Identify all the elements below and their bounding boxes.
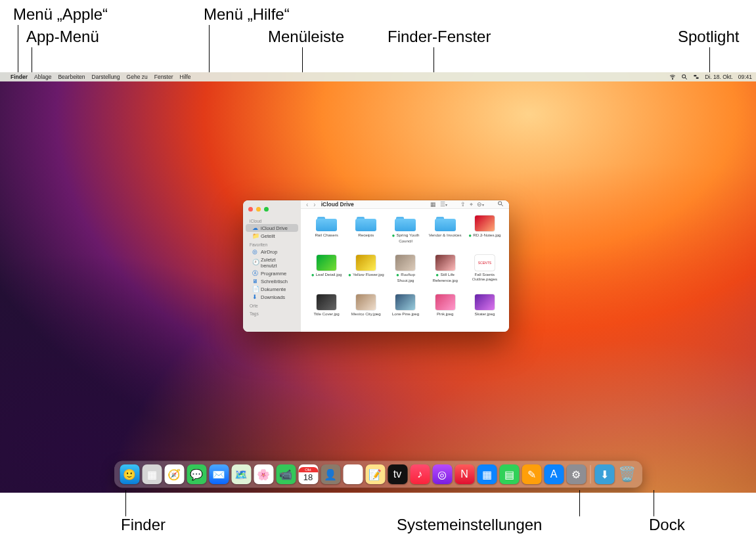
finder-window[interactable]: iCloud☁︎iCloud Drive📁GeteiltFavoriten◎Ai… (243, 200, 509, 332)
control-center-icon[interactable] (693, 74, 700, 80)
image-thumb-icon: SCENTS (475, 255, 495, 271)
window-zoom-button[interactable] (264, 207, 269, 212)
menu-hilfe[interactable]: Hilfe (180, 74, 191, 80)
callout-apple-menu: Menü „Apple“ (13, 5, 108, 24)
file-item[interactable]: SCENTSFall Scents Outline.pages (466, 255, 504, 293)
sidebar-section-title: Favoriten (243, 240, 301, 248)
menu-darstellung[interactable]: Darstellung (92, 74, 120, 80)
menu-bearbeiten[interactable]: Bearbeiten (58, 74, 85, 80)
view-icon-grid-icon[interactable]: ▦ (430, 201, 436, 208)
dock-appstore[interactable]: A (544, 464, 564, 484)
dock-trash[interactable]: 🗑️ (617, 464, 636, 484)
menubar-date[interactable]: Di. 18. Okt. (705, 74, 733, 80)
dock-contacts[interactable]: 👤 (321, 464, 340, 484)
callout-spotlight: Spotlight (678, 28, 739, 46)
file-item[interactable]: Pink.jpeg (426, 294, 464, 332)
dock-podcasts[interactable]: ◎ (432, 464, 452, 484)
sidebar-item-icloud-drive[interactable]: ☁︎iCloud Drive (246, 224, 298, 232)
dock-photos[interactable]: 🌸 (254, 464, 273, 484)
image-thumb-icon (435, 255, 455, 271)
shared-icon: 📁 (252, 233, 258, 239)
file-item[interactable]: ● RD.2-Notes.jpg (466, 215, 504, 254)
folder-icon (395, 215, 416, 231)
file-item[interactable]: Mexico City.jpeg (347, 294, 385, 332)
sidebar-item-zuletzt-benutzt[interactable]: 🕘Zuletzt benutzt (246, 256, 298, 269)
sidebar-item-schreibtisch[interactable]: 🖥Schreibtisch (246, 277, 298, 285)
back-button[interactable]: ‹ (306, 201, 308, 208)
file-item[interactable]: ● Still Life Reference.jpg (426, 255, 464, 293)
sidebar-item-label: Programme (261, 271, 286, 277)
dock-reminders[interactable]: ☑︎ (343, 464, 363, 484)
file-label: Receipts (358, 233, 374, 237)
callout-system-settings: Systemeinstellungen (397, 516, 542, 534)
file-item[interactable]: Lone Pine.jpeg (386, 294, 424, 332)
sidebar-item-dokumente[interactable]: 📄Dokumente (246, 285, 298, 293)
dock-numbers[interactable]: ▤ (499, 464, 519, 484)
file-item[interactable]: ● Yellow Flower.jpg (347, 255, 385, 293)
share-icon[interactable]: ⇪ (460, 201, 466, 208)
file-item[interactable]: ● Leaf Detail.jpg (307, 255, 345, 293)
dock-safari[interactable]: 🧭 (164, 464, 184, 484)
dock-mail[interactable]: ✉️ (209, 464, 229, 484)
menu-ablage[interactable]: Ablage (34, 74, 51, 80)
dock-pages[interactable]: ✎ (522, 464, 541, 484)
tag-icon[interactable]: ⌖ (470, 201, 473, 208)
sidebar-item-programme[interactable]: ⒶProgramme (246, 269, 298, 277)
dock-facetime[interactable]: 📹 (276, 464, 296, 484)
dock[interactable]: 🙂▦🧭💬✉️🗺️🌸📹Okt18👤☑︎📝tv♪◎N▦▤✎A⚙︎⬇︎🗑️ (114, 461, 642, 487)
file-item[interactable]: Skater.jpeg (466, 294, 504, 332)
dock-messages[interactable]: 💬 (187, 464, 206, 484)
file-label: Title Cover.jpg (313, 311, 339, 316)
file-item[interactable]: Receipts (347, 215, 385, 254)
view-group-icon[interactable]: ☰▾ (440, 201, 447, 208)
menu-gehe-zu[interactable]: Gehe zu (127, 74, 148, 80)
file-item[interactable]: Rail Chasers (307, 215, 345, 254)
dock-keynote[interactable]: ▦ (477, 464, 497, 484)
sidebar-item-label: AirDrop (261, 249, 277, 255)
file-item[interactable]: Title Cover.jpg (307, 294, 345, 332)
sidebar-item-geteilt[interactable]: 📁Geteilt (246, 232, 298, 240)
forward-button[interactable]: › (313, 201, 315, 208)
sidebar-item-airdrop[interactable]: ◎AirDrop (246, 248, 298, 256)
menubar-time[interactable]: 09:41 (738, 74, 752, 80)
file-label: Pink.jpeg (437, 311, 453, 316)
app-menu-finder[interactable]: Finder (11, 74, 28, 80)
calendar-day-label: 18 (303, 472, 313, 482)
desktop-icon: 🖥 (252, 279, 258, 284)
callout-app-menu: App-Menü (26, 28, 99, 46)
dock-downloads[interactable]: ⬇︎ (594, 464, 614, 484)
dock-finder[interactable]: 🙂 (120, 464, 139, 484)
doc-icon: 📄 (252, 286, 258, 292)
file-label: Vendor & Invoices (429, 233, 462, 237)
dock-system-settings[interactable]: ⚙︎ (566, 464, 586, 484)
dock-music[interactable]: ♪ (410, 464, 430, 484)
dock-tv[interactable]: tv (388, 464, 407, 484)
file-item[interactable]: Vendor & Invoices (426, 215, 464, 254)
spotlight-icon[interactable] (681, 74, 688, 80)
sidebar-item-downloads[interactable]: ⬇︎Downloads (246, 293, 298, 301)
finder-title: iCloud Drive (321, 201, 354, 208)
dock-launchpad[interactable]: ▦ (142, 464, 162, 484)
dock-notes[interactable]: 📝 (365, 464, 385, 484)
callout-dock: Dock (649, 516, 685, 534)
callout-menubar: Menüleiste (268, 28, 344, 46)
file-item[interactable]: ● Spring Youth Council (386, 215, 424, 254)
image-thumb-icon (435, 294, 455, 310)
file-item[interactable]: ● Rooftop Shoot.jpg (386, 255, 424, 293)
svg-point-4 (499, 202, 502, 205)
wifi-icon[interactable] (669, 74, 676, 80)
dock-news[interactable]: N (455, 464, 474, 484)
search-icon[interactable] (497, 200, 504, 208)
action-icon[interactable]: ⊖▾ (477, 201, 484, 208)
window-minimize-button[interactable] (256, 207, 261, 212)
apps-icon: Ⓐ (252, 271, 258, 277)
menu-fenster[interactable]: Fenster (154, 74, 173, 80)
sidebar-item-label: Downloads (261, 294, 285, 300)
dock-calendar[interactable]: Okt18 (298, 464, 318, 484)
finder-file-grid[interactable]: Rail ChasersReceipts● Spring Youth Counc… (301, 209, 509, 332)
callout-finder-window: Finder-Fenster (388, 28, 491, 46)
desktop-background: Finder Ablage Bearbeiten Darstellung Geh… (0, 72, 756, 493)
dock-maps[interactable]: 🗺️ (231, 464, 251, 484)
window-close-button[interactable] (248, 207, 253, 212)
sidebar-item-label: iCloud Drive (261, 225, 288, 231)
